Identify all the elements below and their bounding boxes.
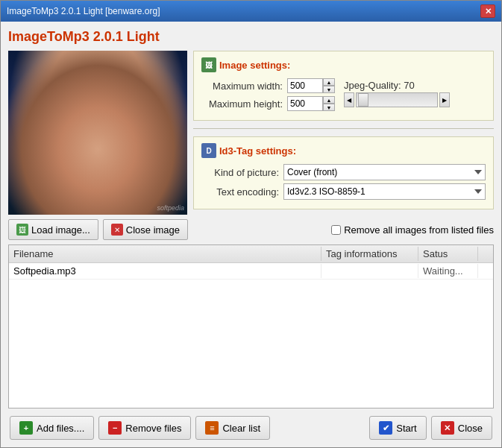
kind-of-picture-row: Kind of picture: Cover (front) Cover (ba… <box>201 164 486 180</box>
image-settings-title: 🖼 Image settings: <box>201 57 486 72</box>
remove-files-label: Remove files <box>125 423 181 434</box>
max-height-label: Maximum height: <box>201 98 287 110</box>
encoding-label: Text encoding: <box>201 186 283 198</box>
app-title: ImageToMp3 2.0.1 Light <box>8 28 494 46</box>
max-width-label: Maximum width: <box>201 81 287 92</box>
id3-settings-icon: D <box>201 143 216 158</box>
slider-left-arrow[interactable]: ◀ <box>344 92 354 107</box>
window-content: ImageToMp3 2.0.1 Light softpedia 🖼 Image… <box>1 22 501 447</box>
main-area: softpedia 🖼 Image settings: Maximum widt… <box>8 51 494 215</box>
slider-track[interactable] <box>356 92 438 107</box>
file-list-area: Filename Tag informations Satus Softpedi… <box>8 244 494 408</box>
add-files-label: Add files.... <box>37 423 84 434</box>
max-width-spinners: ▲ ▼ <box>323 78 335 93</box>
cell-tag <box>321 264 418 278</box>
col-filename-header: Filename <box>9 247 321 261</box>
add-files-icon: + <box>19 421 33 435</box>
close-image-label: Close image <box>126 224 180 236</box>
text-encoding-row: Text encoding: Id3v2.3 ISO-8859-1 Id3v2.… <box>201 183 486 200</box>
clear-list-icon: ≡ <box>205 421 219 435</box>
kind-select[interactable]: Cover (front) Cover (back) Artist Other <box>283 164 486 180</box>
max-width-up[interactable]: ▲ <box>323 78 335 86</box>
remove-files-button[interactable]: − Remove files <box>98 416 191 440</box>
load-image-icon: 🖼 <box>16 224 28 236</box>
id3-settings-title: D Id3-Tag settings: <box>201 143 486 158</box>
max-height-row: Maximum height: ▲ ▼ <box>201 96 335 111</box>
start-icon: ✔ <box>379 421 392 435</box>
encoding-select[interactable]: Id3v2.3 ISO-8859-1 Id3v2.3 UTF-16 Id3v2.… <box>283 183 486 200</box>
max-width-row: Maximum width: ▲ ▼ <box>201 78 335 93</box>
jpeg-quality-label: Jpeg-Quality: 70 <box>344 80 450 91</box>
col-extra-header <box>478 247 493 261</box>
load-image-label: Load image... <box>31 224 90 236</box>
title-bar-text: ImageToMp3 2.0.1 Light [benware.org] <box>7 6 160 16</box>
close-image-icon: ✕ <box>111 224 123 236</box>
remove-files-icon: − <box>108 421 122 435</box>
main-window: ImageToMp3 2.0.1 Light [benware.org] ✕ I… <box>0 0 502 448</box>
cell-status: Waiting... <box>418 264 478 278</box>
remove-images-checkbox[interactable] <box>331 225 341 235</box>
load-image-button[interactable]: 🖼 Load image... <box>8 219 98 240</box>
slider-thumb[interactable] <box>358 93 368 107</box>
settings-panel: 🖼 Image settings: Maximum width: ▲ <box>193 51 494 215</box>
remove-checkbox-label: Remove all images from listed files <box>344 224 494 236</box>
image-action-bar: 🖼 Load image... ✕ Close image Remove all… <box>8 219 494 240</box>
watermark: softpedia <box>157 204 184 212</box>
title-bar-controls: ✕ <box>480 4 495 18</box>
preview-image: softpedia <box>8 51 187 215</box>
start-label: Start <box>396 423 416 434</box>
file-list-body: Softpedia.mp3 Waiting... <box>9 263 493 408</box>
settings-divider <box>193 128 494 129</box>
jpeg-quality-slider[interactable]: ◀ ▶ <box>344 92 450 107</box>
max-height-field[interactable] <box>287 96 323 111</box>
close-label: Close <box>458 423 483 434</box>
bottom-bar: + Add files.... − Remove files ≡ Clear l… <box>8 413 494 441</box>
clear-list-button[interactable]: ≡ Clear list <box>195 416 270 440</box>
max-height-down[interactable]: ▼ <box>323 104 335 111</box>
image-preview-panel: softpedia <box>8 51 187 215</box>
cell-extra <box>478 264 493 278</box>
image-settings-box: 🖼 Image settings: Maximum width: ▲ <box>193 51 494 121</box>
remove-checkbox-row: Remove all images from listed files <box>331 224 494 236</box>
close-button[interactable]: ✕ Close <box>431 416 492 440</box>
id3-settings-box: D Id3-Tag settings: Kind of picture: Cov… <box>193 136 494 209</box>
col-status-header: Satus <box>418 247 478 261</box>
table-row: Softpedia.mp3 Waiting... <box>9 263 493 280</box>
col-tag-header: Tag informations <box>321 247 418 261</box>
close-btn-icon: ✕ <box>441 421 454 435</box>
max-height-input[interactable]: ▲ ▼ <box>287 96 335 111</box>
close-image-button[interactable]: ✕ Close image <box>103 219 188 240</box>
start-button[interactable]: ✔ Start <box>369 416 426 440</box>
image-settings-icon: 🖼 <box>201 57 216 72</box>
max-width-down[interactable]: ▼ <box>323 86 335 93</box>
max-height-up[interactable]: ▲ <box>323 96 335 104</box>
slider-right-arrow[interactable]: ▶ <box>439 92 450 107</box>
kind-label: Kind of picture: <box>201 167 283 178</box>
file-list-header: Filename Tag informations Satus <box>9 245 493 263</box>
window-close-button[interactable]: ✕ <box>480 4 495 18</box>
title-bar: ImageToMp3 2.0.1 Light [benware.org] ✕ <box>1 1 501 22</box>
add-files-button[interactable]: + Add files.... <box>10 416 94 440</box>
max-height-spinners: ▲ ▼ <box>323 96 335 111</box>
clear-list-label: Clear list <box>222 423 260 434</box>
cell-filename: Softpedia.mp3 <box>9 264 321 278</box>
max-width-field[interactable] <box>287 78 323 93</box>
max-width-input[interactable]: ▲ ▼ <box>287 78 335 93</box>
